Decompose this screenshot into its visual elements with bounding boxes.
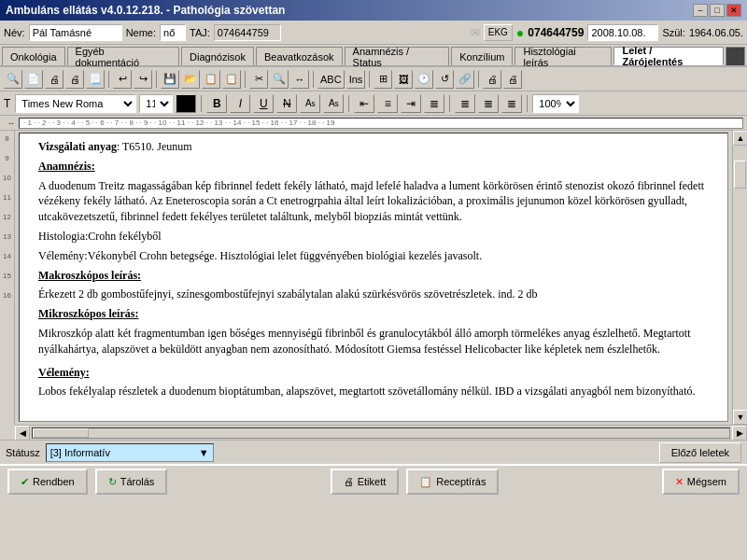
paste-button[interactable]: 📋	[222, 70, 241, 89]
align-justify-button[interactable]: ≣	[424, 94, 444, 113]
scrollbar-horizontal[interactable]: ◀ ▶	[15, 425, 747, 440]
zoom-in-button[interactable]: 🔍	[4, 70, 22, 89]
cancel-icon: ✕	[675, 476, 684, 488]
zoom-select[interactable]: 100% 75% 150%	[532, 94, 579, 113]
title-bar-buttons: – □ ✕	[693, 4, 741, 17]
editor-line-1: Vizsgálati anyag: T6510. Jeunum	[38, 139, 709, 155]
rendben-button[interactable]: ✔ Rendben	[7, 469, 88, 495]
refresh-icon: ↻	[108, 476, 117, 488]
etikett-button[interactable]: 🖨 Etikett	[331, 469, 400, 495]
checkmark-icon: ✔	[21, 476, 29, 488]
list2-button[interactable]: ≣	[478, 94, 499, 113]
prev-leletek-button[interactable]: Előző leletek	[659, 442, 741, 463]
refresh-button[interactable]: ↺	[435, 70, 454, 89]
taj-label: TAJ:	[190, 27, 210, 38]
minimize-button[interactable]: –	[693, 4, 708, 17]
tab-diagnozisok[interactable]: Diagnózisok	[181, 47, 254, 65]
tab-egyeb[interactable]: Egyéb dokumentáció	[67, 47, 180, 65]
find-button[interactable]: 🔍	[270, 70, 289, 89]
superscript-button[interactable]: As	[323, 94, 344, 113]
print3-button[interactable]: 📃	[86, 70, 105, 89]
clock-button[interactable]: 🕐	[415, 70, 433, 89]
ruler: ↔ · 1 · · 2 · · 3 · · 4 · · 5 · · 6 · · …	[0, 116, 747, 131]
size-select[interactable]: 11 10 12 14	[139, 94, 173, 113]
scroll-down-button[interactable]: ▼	[733, 410, 747, 425]
editor-line-velemeny2-heading: Vélemény:	[38, 365, 709, 381]
font-select[interactable]: Times New Roma Arial	[15, 94, 136, 113]
tab-anamnezis[interactable]: Anamnézis / Status	[345, 47, 450, 65]
combo-arrow: ▼	[199, 447, 209, 458]
copy-button[interactable]: 📋	[202, 70, 220, 89]
status-combo[interactable]: [3] Informatív ▼	[46, 443, 214, 462]
redo-button[interactable]: ↪	[134, 70, 152, 89]
tab-lelet[interactable]: Lelet / Zárójelentés	[613, 47, 723, 65]
editor-scroll[interactable]: Vizsgálati anyag: T6510. Jeunum Anamnézi…	[19, 133, 728, 422]
tab-beavatkozasok[interactable]: Beavatkozások	[256, 47, 343, 65]
editor-line-mikro-heading: Mikroszkópos leírás:	[38, 306, 709, 322]
tarolas-button[interactable]: ↻ Tárolás	[95, 469, 168, 495]
megsem-button[interactable]: ✕ Mégsem	[662, 469, 740, 495]
scroll-h-track	[32, 427, 730, 439]
italic-button[interactable]: I	[230, 94, 250, 113]
printer-icon: 🖨	[344, 476, 354, 487]
print4-button[interactable]: 🖨	[483, 70, 501, 89]
subscript-button[interactable]: As	[300, 94, 320, 113]
ekg-button[interactable]: EKG	[484, 24, 513, 41]
sep5	[369, 71, 370, 88]
scroll-h-thumb[interactable]	[33, 428, 89, 438]
insert-button[interactable]: Ins	[346, 70, 366, 89]
receptiras-button[interactable]: 📋 Receptírás	[406, 469, 499, 495]
table-button[interactable]: ⊞	[374, 70, 392, 89]
list1-button[interactable]: ≣	[455, 94, 475, 113]
align-center-button[interactable]: ≡	[377, 94, 398, 113]
title-bar: Ambuláns ellátás v4.0.12.218. - Pathológ…	[0, 0, 747, 21]
scroll-thumb[interactable]	[734, 161, 746, 189]
spell-button[interactable]: ABC	[317, 70, 345, 89]
title-bar-text: Ambuláns ellátás v4.0.12.218. - Pathológ…	[6, 4, 285, 17]
new-button[interactable]: 📄	[24, 70, 43, 89]
color-picker-button[interactable]	[176, 94, 196, 113]
sep2	[156, 71, 157, 88]
tab-onkologia[interactable]: Onkológia	[2, 47, 65, 65]
font-toolbar: T Times New Roma Arial 11 10 12 14 B I U…	[0, 91, 747, 116]
sep-font2	[348, 95, 349, 112]
tab-hisztologiai[interactable]: Hisztológiai leírás	[514, 47, 612, 65]
save-button[interactable]: 💾	[161, 70, 179, 89]
replace-button[interactable]: ↔	[290, 70, 309, 89]
print5-button[interactable]: 🖨	[503, 70, 522, 89]
status-label: Státusz	[6, 447, 40, 458]
maximize-button[interactable]: □	[710, 4, 725, 17]
close-button[interactable]: ✕	[726, 4, 741, 17]
bold-button[interactable]: B	[206, 94, 227, 113]
tab-extra[interactable]	[726, 47, 745, 65]
underline-button[interactable]: U	[253, 94, 274, 113]
scrollbar-vertical[interactable]: ▲ ▼	[732, 131, 747, 425]
neme-input[interactable]	[160, 24, 186, 41]
open-button[interactable]: 📂	[181, 70, 200, 89]
link-button[interactable]: 🔗	[456, 70, 474, 89]
strikethrough-button[interactable]: N	[276, 94, 297, 113]
taj-input[interactable]	[214, 24, 281, 41]
editor-wrapper: 8 9 10 11 12 13 14 15 16 Vizsgálati anya…	[0, 131, 747, 425]
align-right-button[interactable]: ⇥	[401, 94, 421, 113]
nev-input[interactable]	[29, 24, 122, 41]
sep4	[313, 71, 314, 88]
editor-line-mikro-text: Mikroszkóp alatt két fragmentumban igen …	[38, 326, 709, 357]
align-left-button[interactable]: ⇤	[354, 94, 374, 113]
undo-button[interactable]: ↩	[113, 70, 132, 89]
date-input[interactable]	[587, 24, 658, 41]
scroll-up-button[interactable]: ▲	[733, 131, 747, 146]
scroll-right-button[interactable]: ▶	[732, 426, 747, 441]
sep1	[108, 71, 109, 88]
line-ruler: 8 9 10 11 12 13 14 15 16	[0, 131, 15, 425]
cut-button[interactable]: ✂	[249, 70, 268, 89]
print2-button[interactable]: 🖨	[65, 70, 84, 89]
tab-konzilium[interactable]: Konzílium	[451, 47, 513, 65]
list3-button[interactable]: ≣	[501, 94, 522, 113]
editor-content[interactable]: Vizsgálati anyag: T6510. Jeunum Anamnézi…	[20, 133, 727, 409]
editor-line-velemeny1: Vélemény:Vékonybél Crohn betegsége. Hisz…	[38, 248, 709, 264]
image-button[interactable]: 🖼	[394, 70, 413, 89]
print-button[interactable]: 🖨	[45, 70, 63, 89]
scroll-left-button[interactable]: ◀	[15, 426, 30, 441]
sep-font4	[527, 95, 528, 112]
